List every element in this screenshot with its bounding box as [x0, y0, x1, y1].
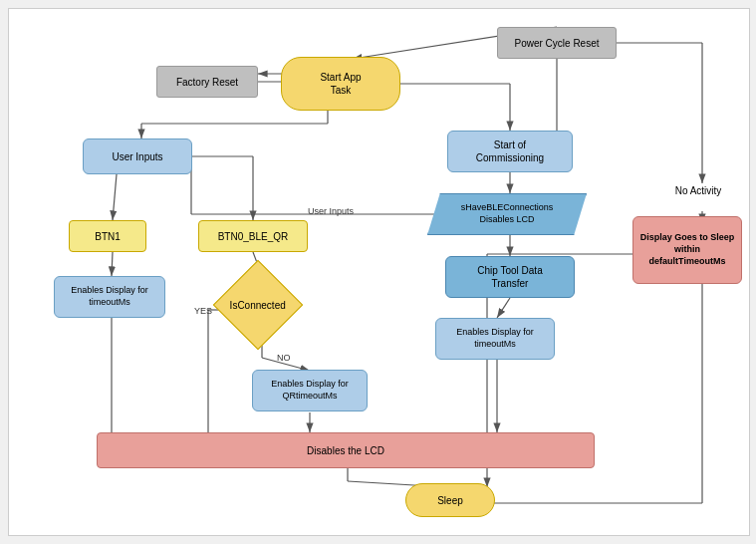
svg-line-19	[112, 252, 113, 276]
no-activity-node: No Activity	[654, 176, 742, 204]
start-commissioning-node: Start of Commissioning	[447, 131, 573, 172]
start-app-task-node: Start App Task	[281, 57, 400, 111]
enables-display-btn1-node: Enables Display for timeoutMs	[54, 276, 165, 318]
svg-line-26	[497, 298, 510, 318]
chip-tool-node: Chip Tool Data Transfer	[445, 256, 575, 298]
user-inputs-node: User Inputs	[83, 138, 192, 174]
display-sleep-node: Display Goes to Sleep within defaultTime…	[632, 216, 742, 284]
is-connected-node: IsConnected	[213, 260, 304, 351]
disables-lcd-node: Disables the LCD	[97, 432, 595, 468]
shave-ble-node: sHaveBLEConnections Disables LCD	[427, 193, 587, 235]
no-label: NO	[277, 353, 291, 363]
yes-label: YES	[194, 306, 212, 316]
btn1-node: BTN1	[69, 220, 146, 252]
sleep-node: Sleep	[405, 483, 495, 517]
diagram-container: Power Cycle Reset Factory Reset Start Ap…	[8, 8, 750, 536]
btn0-ble-qr-node: BTN0_BLE_QR	[198, 220, 308, 252]
enables-display-qr-node: Enables Display for QRtimeoutMs	[252, 370, 368, 411]
svg-line-11	[113, 174, 117, 220]
user-inputs-arrow-label: User Inputs	[308, 206, 354, 216]
enables-display-chip-node: Enables Display for timeoutMs	[435, 318, 555, 360]
factory-reset-node: Factory Reset	[156, 66, 258, 98]
power-cycle-reset-node: Power Cycle Reset	[497, 27, 617, 59]
